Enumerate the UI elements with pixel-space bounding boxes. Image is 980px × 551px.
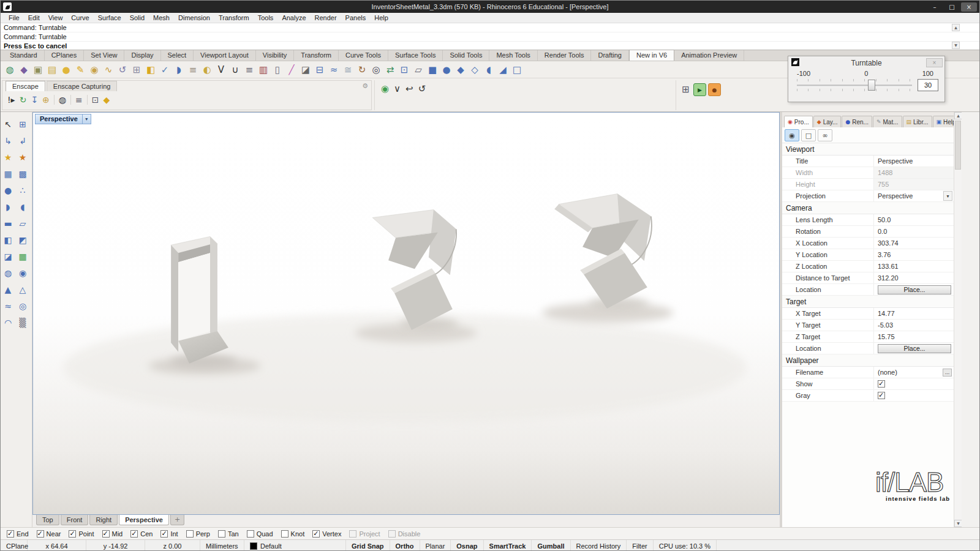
shell-icon[interactable]: ≅ <box>342 64 354 76</box>
tab-render-tools[interactable]: Render Tools <box>538 50 592 61</box>
osnap-vertex[interactable]: Vertex <box>312 530 341 538</box>
end-checkbox[interactable] <box>7 530 14 538</box>
cage-edit-icon[interactable]: ▦ <box>4 169 12 179</box>
mouse-icon[interactable]: ◉ <box>88 64 100 76</box>
viewport-capture-icon[interactable]: ⊞ <box>680 83 692 95</box>
display-icon[interactable]: ⊟ <box>314 64 326 76</box>
loft-icon[interactable]: ▲ <box>5 285 12 294</box>
gauge-icon[interactable]: ◐ <box>201 64 213 76</box>
vertex-checkbox[interactable] <box>312 530 320 538</box>
status-cplane[interactable]: CPlane <box>1 540 28 551</box>
viewport-menu-arrow-icon[interactable]: ▾ <box>83 114 91 124</box>
wallpaper-icon[interactable]: ▤ <box>46 64 58 76</box>
maelstrom-icon[interactable]: ◩ <box>18 235 26 245</box>
tab-libraries[interactable]: ▤ Libr... <box>903 116 932 127</box>
cplane-icon[interactable]: ⊡ <box>398 64 410 76</box>
arc-blend-icon[interactable]: ◠ <box>4 318 12 328</box>
camera-properties-icon[interactable]: ◉ <box>785 129 799 141</box>
scroll-down-icon[interactable]: ▼ <box>952 42 960 49</box>
picture-frame-icon[interactable]: ▱ <box>412 64 424 76</box>
tab-materials[interactable]: ✎ Mat... <box>873 116 902 127</box>
web-standalone-icon[interactable]: ◍ <box>59 95 66 105</box>
distance-to-target-value[interactable]: 312.20 <box>874 272 954 283</box>
turntable-dialog[interactable]: Turntable × -100 0 100 30 <box>788 56 945 102</box>
turntable-speed-slider[interactable] <box>797 78 912 92</box>
status-ortho[interactable]: Ortho <box>390 540 420 551</box>
section-header-target[interactable]: Target <box>782 296 954 308</box>
projection-value[interactable]: Perspective <box>874 190 943 201</box>
osnap-int[interactable]: Int <box>160 530 178 538</box>
perp-checkbox[interactable] <box>186 530 194 538</box>
osnap-quad[interactable]: Quad <box>247 530 273 538</box>
tab-visibility[interactable]: Visibility <box>256 50 295 61</box>
tab-display[interactable]: Display <box>124 50 160 61</box>
distribute-icon[interactable]: ≡ <box>243 64 255 76</box>
osnap-knot[interactable]: Knot <box>281 530 305 538</box>
projection-dropdown-icon[interactable]: ▾ <box>943 191 952 201</box>
gray-checkbox[interactable] <box>878 392 885 399</box>
menu-file[interactable]: File <box>4 14 24 21</box>
unbend-icon[interactable]: ↲ <box>19 136 26 146</box>
tab-viewport-layout[interactable]: Viewport Layout <box>194 50 256 61</box>
graph-icon[interactable]: ▥ <box>257 64 270 76</box>
status-planar[interactable]: Planar <box>420 540 451 551</box>
osnap-near[interactable]: Near <box>37 530 61 538</box>
viewport-tab-right[interactable]: Right <box>89 515 118 525</box>
target-place-button[interactable]: Place... <box>878 344 951 353</box>
maximize-button[interactable]: □ <box>944 2 960 12</box>
lasso-select-icon[interactable]: ↺ <box>116 64 129 76</box>
tab-mesh-tools[interactable]: Mesh Tools <box>489 50 537 61</box>
select-icon[interactable]: ↖ <box>4 119 12 129</box>
shaded-view-icon[interactable]: ◍ <box>4 64 16 76</box>
flow-icon[interactable]: ◧ <box>4 235 12 245</box>
smash-icon[interactable]: ★ <box>19 152 27 162</box>
mesh-array-icon[interactable]: ▒ <box>20 318 26 328</box>
z-location-value[interactable]: 133.61 <box>874 261 954 272</box>
close-button[interactable]: × <box>961 2 977 12</box>
command-area[interactable]: Command: Turntable Command: Turntable Pr… <box>1 23 979 50</box>
minimize-button[interactable]: – <box>927 2 943 12</box>
quad-checkbox[interactable] <box>247 530 254 538</box>
command-scrollbar[interactable]: ▲ ▼ <box>952 24 960 49</box>
tab-properties[interactable]: ◉ Pro... <box>784 116 813 127</box>
browse-button[interactable]: ... <box>943 369 952 377</box>
named-view-icon[interactable]: ▯ <box>271 64 284 76</box>
status-smarttrack[interactable]: SmartTrack <box>484 540 532 551</box>
menu-transform[interactable]: Transform <box>214 14 254 21</box>
disable-checkbox[interactable] <box>388 530 396 538</box>
viewport-title-label[interactable]: Perspective <box>35 114 83 124</box>
viewport-tab-perspective[interactable]: Perspective <box>119 515 169 525</box>
point-light-icon[interactable]: ● <box>60 64 72 76</box>
drape-icon[interactable]: ◖ <box>20 202 24 212</box>
visual-settings-icon[interactable]: ≡ <box>75 95 83 105</box>
line-icon[interactable]: ╱ <box>285 64 298 76</box>
tab-transform[interactable]: Transform <box>294 50 339 61</box>
walk-mode-icon[interactable]: ∿ <box>102 64 115 76</box>
rotate-view-icon[interactable]: ⇄ <box>384 64 396 76</box>
tab-layers[interactable]: ◆ Lay... <box>813 116 842 127</box>
tab-surface-tools[interactable]: Surface Tools <box>388 50 443 61</box>
viewport-tab-top[interactable]: Top <box>36 515 59 525</box>
license-shield-icon[interactable]: ◆ <box>104 95 110 105</box>
turntable-speed-value[interactable]: 30 <box>918 79 938 91</box>
menu-solid[interactable]: Solid <box>126 14 149 21</box>
scrollbar-thumb[interactable] <box>955 121 961 170</box>
hexagon-slice-icon[interactable]: ◇ <box>469 64 481 76</box>
gear-icon[interactable]: ⚙ <box>362 82 368 90</box>
osnap-end[interactable]: End <box>7 530 29 538</box>
cone-icon[interactable]: △ <box>20 285 26 294</box>
box-edit-icon[interactable]: ▩ <box>18 169 26 179</box>
start-enscape-icon[interactable]: !▸ <box>7 95 15 105</box>
tab-new-in-v6[interactable]: New in V6 <box>629 50 674 61</box>
section-header-viewport[interactable]: Viewport <box>782 143 954 156</box>
status-units[interactable]: Millimeters <box>200 540 244 551</box>
path-animation-icon[interactable]: ↩ <box>405 83 413 94</box>
viewport-title-value[interactable]: Perspective <box>874 156 954 167</box>
x-target-value[interactable]: 14.77 <box>874 308 954 319</box>
knot-checkbox[interactable] <box>281 530 288 538</box>
int-checkbox[interactable] <box>160 530 168 538</box>
feedback-icon[interactable]: ⊡ <box>92 95 99 105</box>
tab-cplanes[interactable]: CPlanes <box>45 50 85 61</box>
tab-drafting[interactable]: Drafting <box>591 50 629 61</box>
tan-checkbox[interactable] <box>218 530 225 538</box>
